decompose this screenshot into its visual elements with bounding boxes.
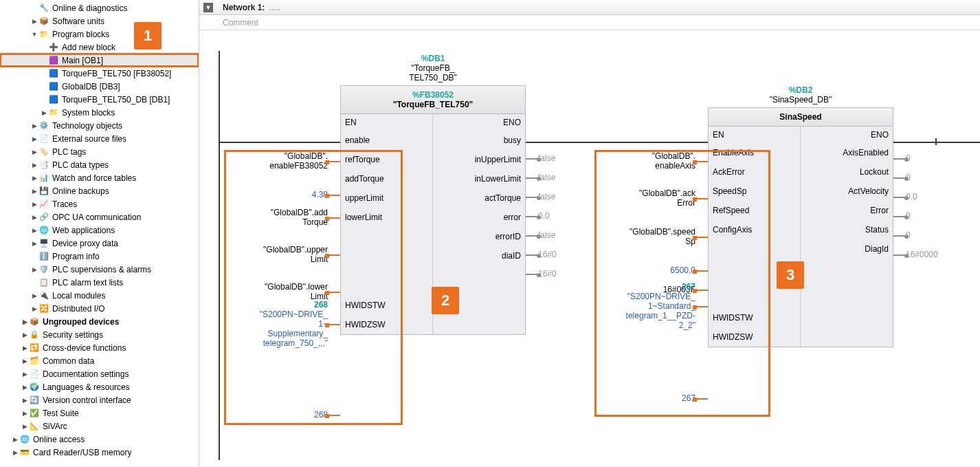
caret-icon[interactable]: ▶ <box>21 345 29 351</box>
input-value[interactable]: "GlobalDB".addTorque <box>227 208 328 227</box>
input-pin[interactable]: HWIDSTW <box>709 308 800 327</box>
tree-item[interactable]: ▶📄External source files <box>0 132 199 145</box>
input-value[interactable]: 6500.0 <box>598 265 695 275</box>
caret-icon[interactable]: ▶ <box>30 201 38 208</box>
caret-icon[interactable]: ▶ <box>21 397 29 404</box>
tree-item[interactable]: ▶📐SiVArc <box>0 420 199 433</box>
caret-icon[interactable]: ▶ <box>21 358 29 365</box>
output-pin[interactable]: Lockout <box>801 162 893 182</box>
output-pin[interactable]: busy <box>433 131 525 150</box>
input-pin[interactable]: AckError <box>709 162 800 182</box>
tree-item[interactable]: ▶🔒Security settings <box>0 328 199 341</box>
output-pin[interactable]: inUpperLimit <box>433 150 525 169</box>
tree-item[interactable]: ▶💾Online backups <box>0 184 199 197</box>
tree-item[interactable]: 🟦TorqueFB_TEL750_DB [DB1] <box>0 93 199 106</box>
caret-icon[interactable]: ▶ <box>30 292 38 299</box>
caret-icon[interactable]: ▶ <box>30 149 38 155</box>
tree-item[interactable]: ▶📁System blocks <box>0 106 199 119</box>
tree-item[interactable]: ▶🔄Version control interface <box>0 393 199 406</box>
input-pin[interactable]: HWIDSTW <box>341 296 432 315</box>
input-value[interactable]: "GlobalDB".speedSp <box>598 227 695 246</box>
tree-item[interactable]: ▶🌍Languages & resources <box>0 380 199 393</box>
input-pin[interactable]: lowerLimit <box>341 208 432 227</box>
caret-icon[interactable]: ▶ <box>21 371 29 378</box>
network-comment[interactable]: Comment <box>199 15 980 30</box>
tree-item[interactable]: 🟦TorqueFB_TEL750 [FB38052] <box>0 67 199 80</box>
input-pin[interactable]: refTorque <box>341 150 432 169</box>
caret-icon[interactable]: ▶ <box>30 18 38 25</box>
collapse-toggle[interactable]: ▼ <box>203 3 213 12</box>
tree-item[interactable]: ▶📦Software units <box>0 14 199 28</box>
caret-icon[interactable]: ▶ <box>21 384 29 391</box>
caret-icon[interactable]: ▶ <box>30 214 38 221</box>
caret-icon[interactable]: ▶ <box>21 318 29 325</box>
output-pin[interactable]: errorID <box>433 227 525 246</box>
tree-item[interactable]: ▶🔗OPC UA communication <box>0 210 199 224</box>
input-value[interactable]: 4.38 <box>227 190 328 199</box>
project-tree[interactable]: 🔧Online & diagnostics▶📦Software units▼📁P… <box>0 0 199 467</box>
tree-item[interactable]: ▶🗂️Common data <box>0 354 199 367</box>
caret-icon[interactable]: ▶ <box>30 240 38 247</box>
tree-item[interactable]: ▼📁Program blocks <box>0 28 199 41</box>
caret-icon[interactable]: ▶ <box>40 109 48 116</box>
caret-icon[interactable]: ▶ <box>30 188 38 195</box>
input-value[interactable]: "GlobalDB".enableAxis <box>598 151 695 171</box>
tree-item[interactable]: ▶📑PLC data types <box>0 158 199 171</box>
input-pin[interactable]: enable <box>341 131 432 150</box>
output-pin[interactable]: AxisEnabled <box>801 143 893 162</box>
caret-icon[interactable]: ▶ <box>21 410 29 417</box>
tree-item[interactable]: ▶📈Traces <box>0 197 199 210</box>
tree-item[interactable]: ℹ️Program info <box>0 250 199 263</box>
tree-item[interactable]: 🔧Online & diagnostics <box>0 1 199 14</box>
input-pin[interactable]: EnableAxis <box>709 143 800 162</box>
output-pin[interactable]: DiagId <box>801 239 893 259</box>
caret-icon[interactable]: ▶ <box>30 305 38 312</box>
tree-item[interactable]: ➕Add new block <box>0 41 199 54</box>
input-value[interactable]: 267 <box>598 393 695 403</box>
caret-icon[interactable]: ▶ <box>30 162 38 169</box>
output-pin[interactable]: ENO <box>801 127 893 143</box>
tree-item[interactable]: ▶💳Card Reader/USB memory <box>0 446 199 459</box>
caret-icon[interactable]: ▶ <box>11 436 19 443</box>
output-pin[interactable]: Status <box>801 220 893 239</box>
output-pin[interactable]: Error <box>801 201 893 220</box>
input-pin[interactable]: ConfigAxis <box>709 220 800 239</box>
input-pin[interactable]: addTorque <box>341 169 432 188</box>
output-pin[interactable]: ENO <box>433 114 525 131</box>
tree-item[interactable]: ▶🛡️PLC supervisions & alarms <box>0 263 199 276</box>
output-pin[interactable]: error <box>433 208 525 227</box>
input-value[interactable]: "GlobalDB".lowerLimit <box>227 282 328 301</box>
tree-item[interactable]: 🟦GlobalDB [DB3] <box>0 80 199 93</box>
caret-icon[interactable]: ▼ <box>30 31 38 38</box>
tree-item[interactable]: ▶🔀Distributed I/O <box>0 302 199 315</box>
caret-icon[interactable]: ▶ <box>30 122 38 129</box>
input-pin[interactable]: HWIDZSW <box>341 315 432 334</box>
fb-sinaspeed[interactable]: %DB2 "SinaSpeed_DB" SinaSpeed ENEnableAx… <box>708 85 893 347</box>
caret-icon[interactable]: ▶ <box>30 175 38 182</box>
output-pin[interactable]: diaID <box>433 246 525 265</box>
tree-item[interactable]: ▶🌐Online access <box>0 433 199 446</box>
caret-icon[interactable]: ▶ <box>11 449 19 456</box>
network-canvas[interactable]: %DB1 "TorqueFB_TEL750_DB" %FB38052 "Torq… <box>199 30 980 467</box>
input-value[interactable]: "GlobalDB".ackError <box>598 188 695 208</box>
caret-icon[interactable]: ▶ <box>21 423 29 430</box>
input-value[interactable]: 268 <box>227 410 328 420</box>
output-pin[interactable]: actTorque <box>433 188 525 208</box>
tree-item[interactable]: ▶🏷️PLC tags <box>0 145 199 158</box>
caret-icon[interactable]: ▶ <box>21 332 29 338</box>
tree-item[interactable]: ▶⚙️Technology objects <box>0 119 199 132</box>
input-value[interactable]: "GlobalDB".upperLimit <box>227 245 328 264</box>
input-value[interactable]: 268"S200PN~DRIVE_1~Supplementary_telegra… <box>227 300 328 348</box>
tree-item[interactable]: ▶🌐Web applications <box>0 224 199 237</box>
input-pin[interactable]: upperLimit <box>341 188 432 208</box>
input-pin[interactable]: RefSpeed <box>709 201 800 220</box>
caret-icon[interactable]: ▶ <box>30 227 38 234</box>
input-pin[interactable]: EN <box>341 114 432 131</box>
tree-item[interactable]: ▶🖥️Device proxy data <box>0 237 199 250</box>
caret-icon[interactable]: ▶ <box>30 266 38 273</box>
output-pin[interactable]: inLowerLimit <box>433 169 525 188</box>
input-pin[interactable]: HWIDZSW <box>709 327 800 347</box>
tree-item[interactable]: 🟪Main [OB1] <box>0 54 199 67</box>
input-value[interactable]: 267"S200PN~DRIVE_1~Standard_telegram_1__… <box>598 282 695 330</box>
network-header[interactable]: ▼ Network 1: ..... <box>199 0 980 15</box>
